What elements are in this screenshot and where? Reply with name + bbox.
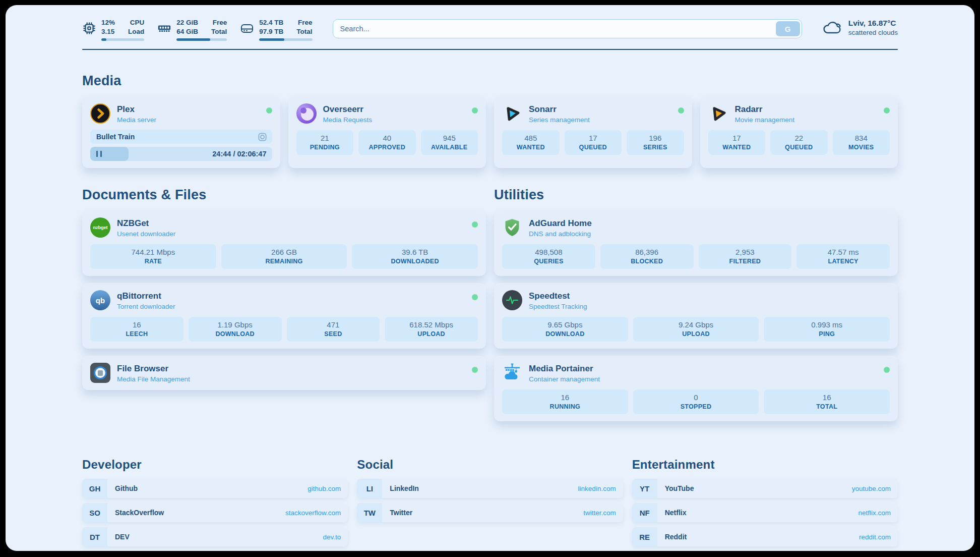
bookmark-abbr: TW [357, 503, 382, 522]
section-heading-entertainment: Entertainment [632, 458, 898, 472]
bookmark-dev[interactable]: DT DEV dev.to [82, 527, 348, 546]
radarr-card[interactable]: Radarr Movie management 17WANTED 22QUEUE… [700, 96, 898, 168]
sonarr-card[interactable]: Sonarr Series management 485WANTED 17QUE… [494, 96, 692, 168]
status-dot [472, 221, 478, 228]
stat-value: 945 [423, 134, 476, 142]
service-title: Radarr [735, 104, 795, 115]
stat-label: UPLOAD [387, 330, 476, 338]
disk-stat: 52.4 TB97.9 TB FreeTotal [240, 18, 312, 41]
disk-total-value: 97.9 TB [259, 27, 283, 36]
stat-value: 196 [629, 134, 682, 142]
service-title: qBittorrent [117, 291, 175, 301]
ram-progress-bar [176, 38, 227, 41]
stat-chip: 16LEECH [90, 317, 183, 342]
service-title: Plex [117, 104, 156, 115]
speedtest-card[interactable]: Speedtest Speedtest Tracking 9.65 GbpsDO… [494, 283, 898, 349]
adguard-card[interactable]: AdGuard Home DNS and adblocking 498,508Q… [494, 210, 898, 276]
bookmark-reddit[interactable]: RE Reddit reddit.com [632, 527, 898, 546]
ram-label-bottom: Total [211, 27, 227, 36]
bookmark-abbr: GH [82, 479, 107, 498]
sonarr-icon [502, 103, 522, 124]
section-heading-media: Media [82, 73, 898, 89]
cpu-load-value: 3.15 [101, 27, 115, 36]
bookmark-linkedin[interactable]: LI LinkedIn linkedin.com [357, 479, 623, 498]
ram-icon [157, 21, 171, 35]
stat-label: WANTED [710, 144, 764, 151]
cpu-progress-bar [101, 38, 144, 41]
stat-chip: 945AVAILABLE [421, 130, 478, 155]
bookmark-netflix[interactable]: NF Netflix netflix.com [632, 503, 898, 522]
stat-value: 9.65 Gbps [504, 320, 626, 329]
ram-label-top: Free [211, 18, 227, 27]
cloud-icon [822, 20, 842, 36]
bookmark-abbr: RE [632, 527, 657, 546]
portainer-card[interactable]: Media Portainer Container management 16R… [494, 356, 898, 421]
service-subtitle: Movie management [735, 116, 795, 124]
stat-value: 47.57 ms [799, 248, 888, 256]
stat-label: STOPPED [635, 403, 757, 410]
plex-icon [90, 103, 110, 124]
bookmark-name: Reddit [665, 533, 687, 541]
filebrowser-card[interactable]: File Browser Media File Management [82, 356, 486, 390]
stat-chip: 9.65 GbpsDOWNLOAD [502, 317, 628, 342]
stat-chip: 485WANTED [502, 130, 560, 155]
stat-value: 21 [298, 134, 352, 142]
now-playing-title: Bullet Train [96, 133, 135, 141]
stat-label: WANTED [504, 144, 558, 151]
speedtest-icon [502, 290, 522, 310]
section-heading-social: Social [357, 458, 623, 472]
stat-value: 1.19 Gbps [191, 320, 280, 329]
search-input[interactable] [333, 19, 802, 38]
system-stats: 12%3.15 CPULoad 22 GiB64 GiB [82, 18, 313, 41]
bookmark-abbr: SO [82, 503, 107, 522]
bookmark-name: DEV [115, 533, 130, 541]
filebrowser-icon [90, 363, 110, 383]
service-subtitle: Media Requests [323, 116, 373, 124]
qbittorrent-card[interactable]: qb qBittorrent Torrent downloader 16LEEC… [82, 283, 486, 349]
search-provider-button[interactable]: G [776, 21, 800, 36]
ram-stat: 22 GiB64 GiB FreeTotal [157, 18, 227, 41]
stat-value: 86,396 [602, 248, 692, 256]
bookmark-url: netflix.com [858, 509, 891, 517]
service-subtitle: Speedtest Tracking [529, 303, 587, 310]
stat-label: RUNNING [504, 403, 626, 410]
bookmark-twitter[interactable]: TW Twitter twitter.com [357, 503, 623, 522]
nzbget-icon: nzbget [90, 217, 110, 238]
status-dot [266, 107, 272, 114]
bookmark-name: Github [115, 484, 138, 492]
stat-chip: 1.19 GbpsDOWNLOAD [189, 317, 282, 342]
playback-progress-bar[interactable]: 24:44 / 02:06:47 [90, 147, 272, 161]
service-subtitle: Torrent downloader [117, 303, 175, 310]
stat-label: DOWNLOAD [191, 330, 280, 338]
stat-label: QUEUED [567, 144, 620, 151]
plex-card[interactable]: Plex Media server Bullet Train 24:44 / [82, 96, 280, 168]
nzbget-card[interactable]: nzbget NZBGet Usenet downloader 744.21 M… [82, 210, 486, 276]
bookmark-abbr: YT [632, 479, 657, 498]
stat-chip: 9.24 GbpsUPLOAD [633, 317, 759, 342]
status-dot [472, 367, 478, 373]
bookmark-stackoverflow[interactable]: SO StackOverflow stackoverflow.com [82, 503, 348, 522]
stat-label: QUERIES [504, 258, 593, 265]
cpu-label-bottom: Load [128, 27, 144, 36]
section-heading-utilities: Utilities [494, 187, 898, 203]
bookmark-url: dev.to [323, 533, 341, 541]
bookmark-name: LinkedIn [390, 484, 419, 492]
stat-label: DOWNLOADED [354, 258, 476, 265]
bookmark-youtube[interactable]: YT YouTube youtube.com [632, 479, 898, 498]
stat-value: 618.52 Mbps [387, 320, 476, 329]
bookmark-abbr: LI [357, 479, 382, 498]
stat-label: TOTAL [766, 403, 888, 410]
overseerr-card[interactable]: Overseerr Media Requests 21PENDING 40APP… [288, 96, 486, 168]
stat-label: REMAINING [223, 258, 345, 265]
pause-icon[interactable] [96, 151, 102, 157]
adguard-icon [502, 217, 522, 238]
stat-value: 16 [766, 393, 888, 402]
bookmark-github[interactable]: GH Github github.com [82, 479, 348, 498]
header-divider [82, 49, 898, 50]
bookmark-name: YouTube [665, 484, 694, 492]
disk-label-bottom: Total [296, 27, 312, 36]
cpu-usage-value: 12% [101, 18, 115, 27]
weather-location-temp: Lviv, 16.87°C [848, 19, 898, 28]
bookmark-name: StackOverflow [115, 509, 164, 517]
stat-label: BLOCKED [602, 258, 692, 265]
